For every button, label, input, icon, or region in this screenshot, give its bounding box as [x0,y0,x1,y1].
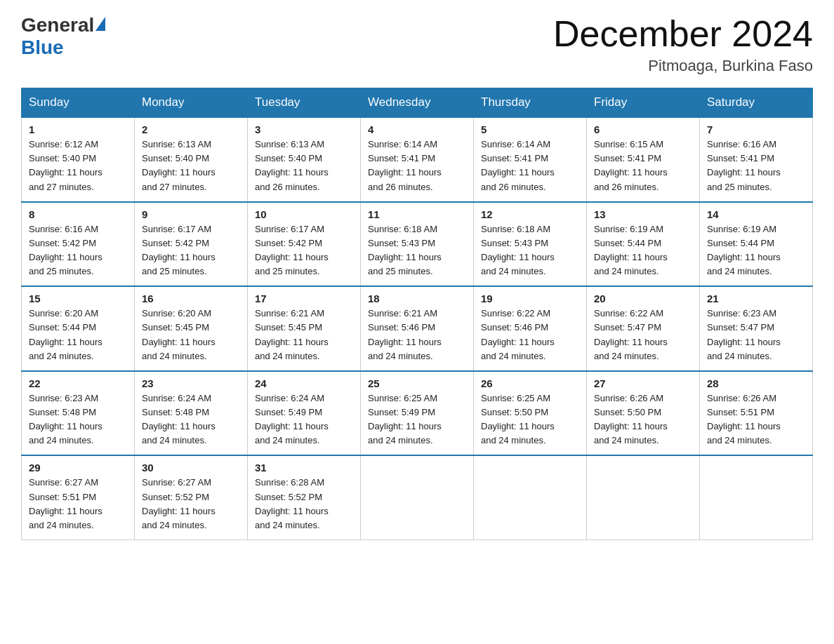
day-number: 5 [481,123,579,135]
logo: General Blue [21,14,107,59]
location: Pitmoaga, Burkina Faso [553,57,813,75]
calendar-cell: 15Sunrise: 6:20 AMSunset: 5:44 PMDayligh… [22,286,135,371]
title-block: December 2024 Pitmoaga, Burkina Faso [553,14,813,75]
day-number: 29 [29,462,127,474]
day-info: Sunrise: 6:12 AMSunset: 5:40 PMDaylight:… [29,137,127,194]
calendar-cell: 17Sunrise: 6:21 AMSunset: 5:45 PMDayligh… [248,286,361,371]
calendar-cell: 25Sunrise: 6:25 AMSunset: 5:49 PMDayligh… [361,371,474,456]
calendar-cell: 6Sunrise: 6:15 AMSunset: 5:41 PMDaylight… [587,117,700,202]
logo-triangle-icon [95,17,105,31]
calendar-week-row: 8Sunrise: 6:16 AMSunset: 5:42 PMDaylight… [22,202,813,287]
day-number: 22 [29,377,127,389]
calendar-cell: 29Sunrise: 6:27 AMSunset: 5:51 PMDayligh… [22,455,135,539]
calendar-cell [474,455,587,539]
day-info: Sunrise: 6:16 AMSunset: 5:42 PMDaylight:… [29,222,127,279]
day-info: Sunrise: 6:26 AMSunset: 5:50 PMDaylight:… [594,391,692,448]
day-info: Sunrise: 6:20 AMSunset: 5:44 PMDaylight:… [29,307,127,363]
calendar-header-row: SundayMondayTuesdayWednesdayThursdayFrid… [22,88,813,118]
calendar-cell [361,455,474,539]
day-number: 2 [142,123,240,135]
day-number: 17 [255,293,353,304]
day-info: Sunrise: 6:16 AMSunset: 5:41 PMDaylight:… [707,137,805,194]
day-number: 9 [142,208,240,220]
day-info: Sunrise: 6:17 AMSunset: 5:42 PMDaylight:… [142,222,240,279]
day-info: Sunrise: 6:26 AMSunset: 5:51 PMDaylight:… [707,391,805,448]
calendar-cell: 7Sunrise: 6:16 AMSunset: 5:41 PMDaylight… [700,117,813,202]
day-number: 26 [481,377,579,389]
header-wednesday: Wednesday [361,88,474,118]
calendar-week-row: 22Sunrise: 6:23 AMSunset: 5:48 PMDayligh… [22,371,813,456]
day-number: 11 [368,208,466,220]
day-number: 30 [142,462,240,474]
day-number: 10 [255,208,353,220]
page-header: General Blue December 2024 Pitmoaga, Bur… [21,14,813,75]
day-info: Sunrise: 6:13 AMSunset: 5:40 PMDaylight:… [255,137,353,194]
day-info: Sunrise: 6:25 AMSunset: 5:50 PMDaylight:… [481,391,579,448]
day-number: 1 [29,123,127,135]
day-info: Sunrise: 6:27 AMSunset: 5:51 PMDaylight:… [29,476,127,532]
day-number: 27 [594,377,692,389]
calendar-cell: 26Sunrise: 6:25 AMSunset: 5:50 PMDayligh… [474,371,587,456]
day-number: 28 [707,377,805,389]
day-info: Sunrise: 6:27 AMSunset: 5:52 PMDaylight:… [142,476,240,532]
day-number: 16 [142,293,240,304]
day-number: 4 [368,123,466,135]
day-number: 13 [594,208,692,220]
day-info: Sunrise: 6:13 AMSunset: 5:40 PMDaylight:… [142,137,240,194]
day-number: 21 [707,293,805,304]
day-info: Sunrise: 6:22 AMSunset: 5:46 PMDaylight:… [481,307,579,363]
calendar-cell: 22Sunrise: 6:23 AMSunset: 5:48 PMDayligh… [22,371,135,456]
header-saturday: Saturday [700,88,813,118]
day-info: Sunrise: 6:20 AMSunset: 5:45 PMDaylight:… [142,307,240,363]
day-info: Sunrise: 6:14 AMSunset: 5:41 PMDaylight:… [368,137,466,194]
day-number: 20 [594,293,692,304]
calendar-cell: 16Sunrise: 6:20 AMSunset: 5:45 PMDayligh… [135,286,248,371]
calendar-cell: 23Sunrise: 6:24 AMSunset: 5:48 PMDayligh… [135,371,248,456]
day-number: 18 [368,293,466,304]
calendar-cell: 31Sunrise: 6:28 AMSunset: 5:52 PMDayligh… [248,455,361,539]
day-info: Sunrise: 6:22 AMSunset: 5:47 PMDaylight:… [594,307,692,363]
day-number: 8 [29,208,127,220]
day-info: Sunrise: 6:25 AMSunset: 5:49 PMDaylight:… [368,391,466,448]
calendar-cell [700,455,813,539]
calendar-table: SundayMondayTuesdayWednesdayThursdayFrid… [21,88,813,540]
month-title: December 2024 [553,14,813,54]
day-info: Sunrise: 6:18 AMSunset: 5:43 PMDaylight:… [368,222,466,279]
calendar-cell: 9Sunrise: 6:17 AMSunset: 5:42 PMDaylight… [135,202,248,287]
day-number: 14 [707,208,805,220]
header-sunday: Sunday [22,88,135,118]
day-number: 6 [594,123,692,135]
calendar-cell: 2Sunrise: 6:13 AMSunset: 5:40 PMDaylight… [135,117,248,202]
day-number: 24 [255,377,353,389]
day-info: Sunrise: 6:23 AMSunset: 5:48 PMDaylight:… [29,391,127,448]
calendar-cell: 27Sunrise: 6:26 AMSunset: 5:50 PMDayligh… [587,371,700,456]
day-number: 23 [142,377,240,389]
calendar-cell: 14Sunrise: 6:19 AMSunset: 5:44 PMDayligh… [700,202,813,287]
day-info: Sunrise: 6:19 AMSunset: 5:44 PMDaylight:… [594,222,692,279]
header-thursday: Thursday [474,88,587,118]
calendar-cell: 4Sunrise: 6:14 AMSunset: 5:41 PMDaylight… [361,117,474,202]
calendar-week-row: 29Sunrise: 6:27 AMSunset: 5:51 PMDayligh… [22,455,813,539]
day-info: Sunrise: 6:28 AMSunset: 5:52 PMDaylight:… [255,476,353,532]
calendar-cell: 3Sunrise: 6:13 AMSunset: 5:40 PMDaylight… [248,117,361,202]
day-info: Sunrise: 6:24 AMSunset: 5:49 PMDaylight:… [255,391,353,448]
day-info: Sunrise: 6:23 AMSunset: 5:47 PMDaylight:… [707,307,805,363]
calendar-cell: 30Sunrise: 6:27 AMSunset: 5:52 PMDayligh… [135,455,248,539]
calendar-cell: 20Sunrise: 6:22 AMSunset: 5:47 PMDayligh… [587,286,700,371]
calendar-cell: 13Sunrise: 6:19 AMSunset: 5:44 PMDayligh… [587,202,700,287]
header-monday: Monday [135,88,248,118]
header-friday: Friday [587,88,700,118]
day-info: Sunrise: 6:19 AMSunset: 5:44 PMDaylight:… [707,222,805,279]
day-number: 12 [481,208,579,220]
logo-general-text: General [21,14,94,36]
day-number: 25 [368,377,466,389]
day-number: 3 [255,123,353,135]
day-info: Sunrise: 6:17 AMSunset: 5:42 PMDaylight:… [255,222,353,279]
calendar-cell: 24Sunrise: 6:24 AMSunset: 5:49 PMDayligh… [248,371,361,456]
calendar-cell: 11Sunrise: 6:18 AMSunset: 5:43 PMDayligh… [361,202,474,287]
day-info: Sunrise: 6:15 AMSunset: 5:41 PMDaylight:… [594,137,692,194]
calendar-cell: 19Sunrise: 6:22 AMSunset: 5:46 PMDayligh… [474,286,587,371]
calendar-cell: 28Sunrise: 6:26 AMSunset: 5:51 PMDayligh… [700,371,813,456]
logo-blue-text: Blue [21,36,64,58]
calendar-cell [587,455,700,539]
